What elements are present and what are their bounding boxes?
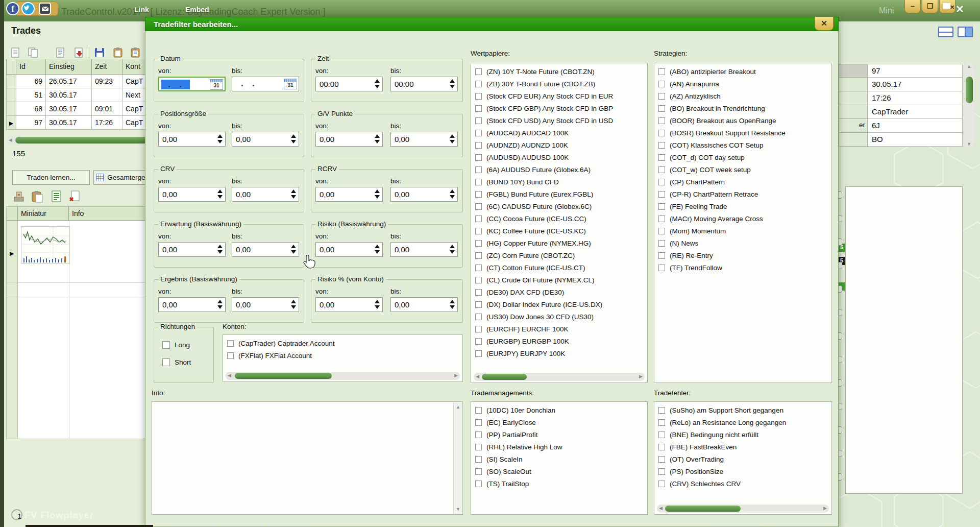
minimize-button[interactable]: – <box>904 0 921 13</box>
detail-symbol-value[interactable]: 6J <box>868 119 963 133</box>
strategie-item[interactable]: (CP) ChartPattern <box>654 176 831 188</box>
strategie-item[interactable]: (COT) Klassisches COT Setup <box>654 139 831 151</box>
wertpapier-item[interactable]: (EURCHF) EURCHF 100K <box>471 323 647 335</box>
checkbox[interactable] <box>475 130 482 136</box>
checkbox[interactable] <box>658 240 665 247</box>
wertpapier-item[interactable]: (KC) Coffee Future (ICE-US.KC) <box>471 225 647 237</box>
checkbox[interactable] <box>475 215 482 222</box>
detail-strategy-value[interactable]: BO <box>868 133 963 147</box>
strategie-item[interactable]: (ABO) antizipierter Breakout <box>654 65 831 78</box>
calendar-icon[interactable]: 31 <box>284 79 297 89</box>
checkbox[interactable] <box>162 341 170 349</box>
checkbox[interactable] <box>475 407 482 414</box>
scrollbar-thumb[interactable] <box>235 373 332 379</box>
table-row[interactable]: 68 30.05.17 09:01 CapT <box>6 102 148 116</box>
scrollbar-thumb[interactable] <box>665 506 741 512</box>
col-einstieg[interactable]: Einstieg <box>46 59 92 75</box>
checkbox[interactable] <box>658 93 665 100</box>
clipboard-icon[interactable] <box>112 47 124 58</box>
wertpapier-item[interactable]: (ZN) 10Y T-Note Future (CBOT.ZN) <box>471 65 647 78</box>
checkbox[interactable] <box>475 289 482 296</box>
checkbox[interactable] <box>475 314 482 320</box>
rcrv-bis-input[interactable]: 0,00 <box>390 187 458 202</box>
paste-icon[interactable] <box>31 190 44 203</box>
tab-gesamtergebnis[interactable]: Gesamterge <box>93 170 148 185</box>
rcrv-von-input[interactable]: 0,00 <box>315 187 383 202</box>
wertpapier-item[interactable]: (CT) Cotton Future (ICE-US.CT) <box>471 261 647 274</box>
checkbox[interactable] <box>658 265 665 271</box>
info-vscrollbar[interactable]: ▲ ▼ <box>453 402 462 514</box>
spinner-buttons[interactable] <box>450 189 455 199</box>
checkbox[interactable] <box>658 166 665 173</box>
checkbox[interactable] <box>475 81 482 87</box>
checkbox[interactable] <box>475 481 482 487</box>
checkbox[interactable] <box>475 338 482 345</box>
copy-icon[interactable] <box>28 47 39 58</box>
video-progress-bar[interactable] <box>26 525 153 527</box>
trademanagement-item[interactable]: (10DC) 10er Donchian <box>471 404 647 416</box>
scrollbar-thumb[interactable] <box>15 137 148 143</box>
positionsgroesse-bis-input[interactable]: 0,00 <box>232 132 299 147</box>
risiko-prozent-bis-input[interactable]: 0,00 <box>390 297 458 312</box>
checkbox[interactable] <box>475 68 482 75</box>
checkbox[interactable] <box>658 468 665 475</box>
layout-split-vertical-icon[interactable] <box>958 27 973 37</box>
spinner-buttons[interactable] <box>375 245 380 254</box>
trademanagement-item[interactable]: (SO) ScaleOut <box>471 465 647 477</box>
strategie-item[interactable]: (BOOR) Breakout aus OpenRange <box>654 114 831 127</box>
datum-von-input[interactable]: 31 <box>158 77 226 91</box>
wertpapier-item[interactable]: (ZB) 30Y T-Bond Future (CBOT.ZB) <box>471 78 647 90</box>
wertpapier-item[interactable]: (BUND 10Y) Bund CFD <box>471 176 647 188</box>
table-row[interactable]: 69 26.05.17 09:23 CapT <box>6 75 148 88</box>
gv-bis-input[interactable]: 0,00 <box>390 132 458 147</box>
strategie-item[interactable]: (N) News <box>654 237 831 249</box>
wertpapier-item[interactable]: (Stock CFD GBP) Any Stock CFD in GBP <box>471 102 647 114</box>
checkbox-long[interactable]: Long <box>158 339 190 351</box>
zeit-bis-input[interactable]: 00:00 <box>390 77 458 91</box>
email-icon[interactable] <box>39 3 51 15</box>
checkbox[interactable] <box>658 215 665 222</box>
konten-hscrollbar[interactable]: ◀ ▶ <box>226 372 460 380</box>
checkbox[interactable] <box>475 326 482 332</box>
wertpapier-item[interactable]: (Stock CFD USD) Any Stock CFD in USD <box>471 114 647 127</box>
ergebnis-bis-input[interactable]: 0,00 <box>232 297 299 312</box>
strategie-item[interactable]: (TF) TrendFollow <box>654 261 831 274</box>
ergebnis-von-input[interactable]: 0,00 <box>158 297 226 312</box>
embed-button[interactable]: Embed <box>185 6 209 14</box>
positionsgroesse-von-input[interactable]: 0,00 <box>158 132 226 147</box>
checkbox[interactable] <box>475 252 482 259</box>
wertpapier-item[interactable]: (Stock CFD EUR) Any Stock CFD in EUR <box>471 90 647 102</box>
spinner-buttons[interactable] <box>217 300 223 309</box>
tradefehler-hscrollbar[interactable]: ◀ ▶ <box>657 505 829 513</box>
spinner-buttons[interactable] <box>450 134 455 143</box>
tradefehler-item[interactable]: (BNE) Bedingung nicht erfüllt <box>654 428 831 441</box>
strategie-item[interactable]: (BO) Breakout in Trendrichtung <box>654 102 831 114</box>
dialog-close-button[interactable]: ✕ <box>815 17 834 31</box>
detail-broker-value[interactable]: CapTrader <box>868 105 963 119</box>
new-document-icon[interactable] <box>10 47 21 58</box>
checkbox[interactable] <box>475 432 482 438</box>
checkbox[interactable] <box>475 240 482 247</box>
calendar-icon[interactable]: 31 <box>210 79 223 90</box>
detail-date-value[interactable]: 30.05.17 <box>868 78 963 91</box>
detail-vscrollbar[interactable]: ▲ ▼ <box>964 62 974 148</box>
trademanagement-item[interactable]: (RHL) Relative High Low <box>471 441 647 453</box>
checkbox[interactable] <box>658 481 665 487</box>
checkbox[interactable] <box>475 179 482 185</box>
tradefehler-item[interactable]: (PS) PositionSize <box>654 465 831 477</box>
strategie-item[interactable]: (BOSR) Breakout Support Resistance <box>654 127 831 139</box>
risiko-prozent-von-input[interactable]: 0,00 <box>315 297 383 312</box>
scroll-down-icon[interactable]: ▼ <box>967 141 971 147</box>
strategie-item[interactable]: (COT_w) COT week setup <box>654 163 831 176</box>
report-icon[interactable] <box>55 47 66 58</box>
wertpapier-item[interactable]: (DE30) DAX CFD (DE30) <box>471 286 647 298</box>
spinner-buttons[interactable] <box>375 189 380 199</box>
chart-thumbnail[interactable] <box>21 226 70 264</box>
checkbox[interactable] <box>475 166 482 173</box>
checkbox[interactable] <box>658 142 665 149</box>
detail-time-value[interactable]: 17:26 <box>868 91 963 105</box>
checkbox-short[interactable]: Short <box>158 356 191 368</box>
spinner-buttons[interactable] <box>217 189 223 199</box>
checkbox[interactable] <box>227 340 234 347</box>
checkbox[interactable] <box>475 203 482 210</box>
